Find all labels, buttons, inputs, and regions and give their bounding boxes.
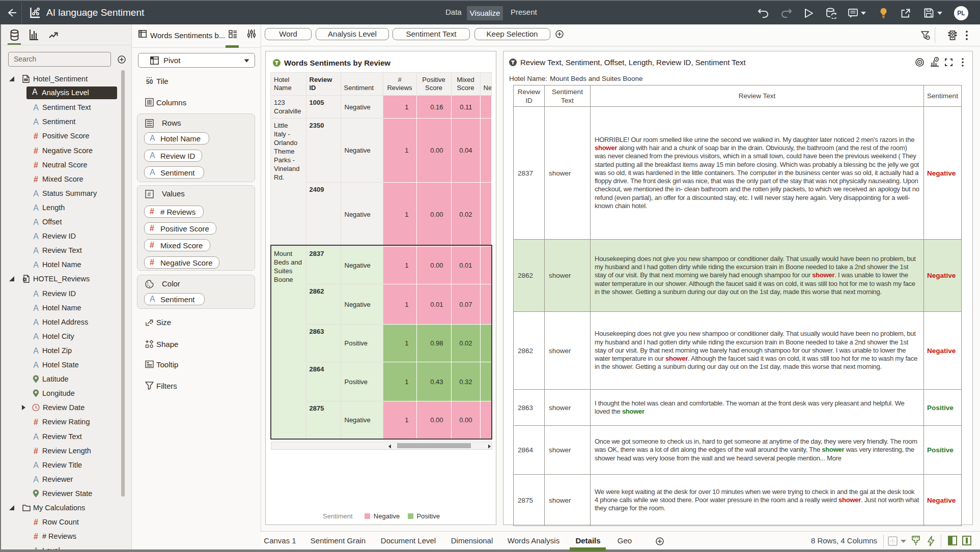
svg-text:csv: csv (24, 79, 27, 81)
svg-text:#: # (148, 191, 151, 198)
svg-text:50: 50 (146, 78, 153, 85)
